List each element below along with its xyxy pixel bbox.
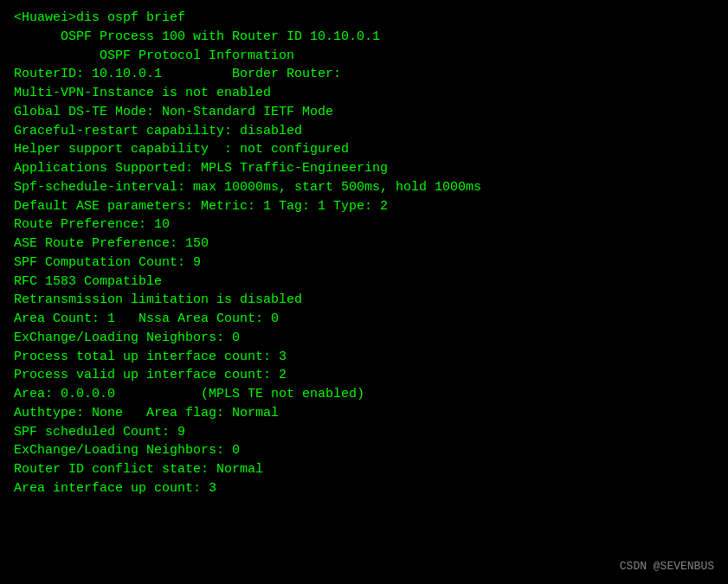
terminal-line: Global DS-TE Mode: Non-Standard IETF Mod… <box>14 103 714 122</box>
terminal-line: Spf-schedule-interval: max 10000ms, star… <box>14 178 714 197</box>
terminal-line: Applications Supported: MPLS Traffic-Eng… <box>14 159 714 178</box>
terminal-line: Process valid up interface count: 2 <box>14 366 714 385</box>
terminal-line: OSPF Protocol Information <box>14 47 714 66</box>
terminal-line: ExChange/Loading Neighbors: 0 <box>14 441 714 460</box>
terminal-line: Multi-VPN-Instance is not enabled <box>14 84 714 103</box>
terminal-line: Default ASE parameters: Metric: 1 Tag: 1… <box>14 197 714 216</box>
terminal-line: RouterID: 10.10.0.1 Border Router: <box>14 65 714 84</box>
terminal-line: Route Preference: 10 <box>14 215 714 234</box>
terminal-line: SPF scheduled Count: 9 <box>14 423 714 442</box>
terminal-line: Router ID conflict state: Normal <box>14 460 714 479</box>
terminal-line: Retransmission limitation is disabled <box>14 291 714 310</box>
terminal-line: ASE Route Preference: 150 <box>14 234 714 253</box>
terminal-line: ExChange/Loading Neighbors: 0 <box>14 329 714 348</box>
terminal-line: Area interface up count: 3 <box>14 479 714 498</box>
terminal-line: Area Count: 1 Nssa Area Count: 0 <box>14 310 714 329</box>
terminal-line: <Huawei>dis ospf brief <box>14 9 714 28</box>
terminal-line: Graceful-restart capability: disabled <box>14 122 714 141</box>
terminal-line: RFC 1583 Compatible <box>14 273 714 292</box>
terminal-line: Authtype: None Area flag: Normal <box>14 404 714 423</box>
terminal-line: Helper support capability : not configur… <box>14 140 714 159</box>
terminal-line: SPF Computation Count: 9 <box>14 253 714 273</box>
terminal-line: OSPF Process 100 with Router ID 10.10.0.… <box>14 28 714 47</box>
terminal-line: Area: 0.0.0.0 (MPLS TE not enabled) <box>14 385 714 404</box>
terminal-line: Process total up interface count: 3 <box>14 348 714 367</box>
terminal-output: <Huawei>dis ospf brief OSPF Process 100 … <box>14 9 714 498</box>
watermark: CSDN @SEVENBUS <box>620 559 714 575</box>
